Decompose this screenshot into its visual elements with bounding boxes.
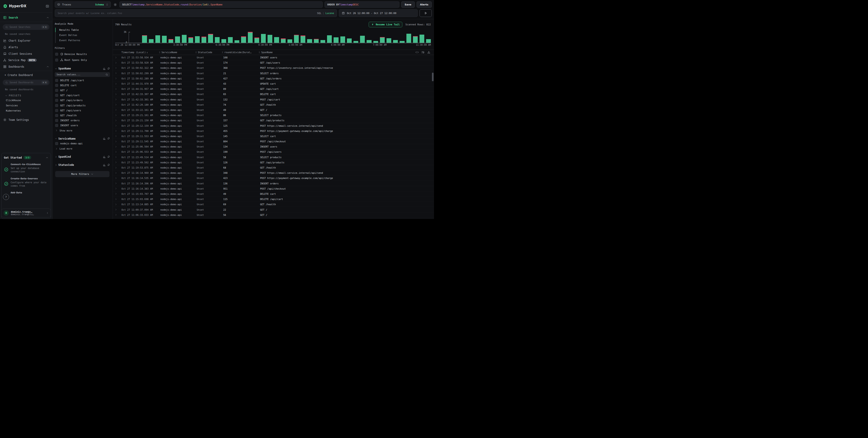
lucene-toggle[interactable]: Lucene — [326, 12, 334, 14]
filter-value-row[interactable]: GET /api/orders — [55, 98, 110, 103]
filter-value-row[interactable]: INSERT orders — [55, 118, 110, 123]
histogram-bar[interactable] — [347, 32, 352, 43]
text-wrap-icon[interactable] — [421, 51, 425, 54]
save-button[interactable]: Save — [401, 1, 415, 8]
table-row[interactable]: Oct 27 11:33:22.161 AMnodejs-demo-apiUns… — [113, 108, 434, 113]
chart-values-icon[interactable] — [103, 164, 106, 167]
table-row[interactable]: Oct 27 11:50:02.322 AMnodejs-demo-apiUns… — [113, 65, 434, 70]
row-expand-chevron-icon[interactable] — [113, 198, 119, 200]
filter-value-row[interactable]: DELETE cart — [55, 83, 110, 88]
filter-group-spanname[interactable]: SpanName — [55, 66, 110, 71]
checkbox[interactable] — [55, 79, 58, 82]
filter-value-row[interactable]: GET /api/products — [55, 103, 110, 108]
mode-results-table[interactable]: Results Table — [56, 27, 110, 33]
table-row[interactable]: Oct 27 11:23:49.514 AMnodejs-demo-apiUns… — [113, 155, 434, 160]
histogram-bar[interactable] — [208, 32, 213, 43]
resume-live-tail-button[interactable]: Resume Live Tail — [369, 22, 402, 27]
row-expand-chevron-icon[interactable] — [113, 193, 119, 195]
row-expand-chevron-icon[interactable] — [113, 156, 119, 158]
filter-value-row[interactable]: GET /health — [55, 113, 110, 118]
histogram-bar[interactable] — [274, 32, 279, 43]
row-expand-chevron-icon[interactable] — [113, 98, 119, 101]
table-row[interactable]: Oct 27 11:23:49.502 AMnodejs-demo-apiUns… — [113, 160, 434, 165]
histogram-bar[interactable] — [228, 32, 233, 43]
filter-value-row[interactable]: INSERT users — [55, 123, 110, 128]
filter-value-row[interactable]: GET /api/cart — [55, 93, 110, 98]
sql-toggle[interactable]: SQL — [317, 12, 321, 14]
column-spanname[interactable]: SpanName — [257, 51, 434, 54]
drag-grip-icon[interactable] — [195, 51, 197, 54]
sidebar-item-team-settings[interactable]: Team Settings — [0, 117, 52, 123]
select-clause-input[interactable]: SELECT Timestamp,ServiceName,StatusCode,… — [119, 1, 323, 8]
chevron-up-icon[interactable] — [46, 156, 49, 159]
histogram-bar[interactable] — [215, 32, 220, 43]
histogram-bar[interactable] — [373, 32, 378, 43]
servicename-load-more[interactable]: Load more — [55, 146, 110, 151]
table-row[interactable]: Oct 27 11:42:33.307 AMnodejs-demo-apiUns… — [113, 92, 434, 97]
histogram-bar[interactable] — [241, 32, 246, 43]
histogram-bar[interactable] — [294, 32, 299, 43]
get-started-step[interactable]: Add Data — [4, 191, 49, 198]
pin-icon[interactable] — [107, 137, 110, 140]
histogram-bar[interactable] — [360, 32, 365, 43]
histogram-bar[interactable] — [380, 32, 385, 43]
table-row[interactable]: Oct 27 11:29:21.161 AMnodejs-demo-apiUns… — [113, 113, 434, 118]
table-row[interactable]: Oct 27 11:53:58.934 AMnodejs-demo-apiUns… — [113, 55, 434, 60]
table-row[interactable]: Oct 27 11:44:31.970 AMnodejs-demo-apiUns… — [113, 81, 434, 86]
row-expand-chevron-icon[interactable] — [113, 119, 119, 122]
pin-icon[interactable] — [107, 67, 110, 70]
row-expand-chevron-icon[interactable] — [113, 109, 119, 111]
chevron-up-icon[interactable] — [46, 65, 49, 68]
date-range-picker[interactable]: Oct 26 12:00:00 - Oct 27 12:00:00 — [339, 9, 418, 17]
presets-toggle[interactable]: PRESETS — [0, 93, 52, 98]
table-row[interactable]: Oct 27 11:42:20.180 AMnodejs-demo-apiUns… — [113, 102, 434, 108]
get-started-step[interactable]: Connect to ClickHouse Set up your databa… — [4, 163, 49, 174]
spanname-show-more[interactable]: Show more — [55, 128, 110, 133]
checkbox[interactable] — [55, 94, 58, 97]
saved-searches-input[interactable] — [9, 26, 40, 29]
row-expand-chevron-icon[interactable] — [113, 129, 119, 132]
histogram-bar[interactable] — [367, 32, 371, 43]
checkbox[interactable] — [55, 89, 58, 92]
column-duration[interactable]: round(divide(Durat… — [220, 51, 257, 54]
column-statuscode[interactable]: StatusCode — [194, 51, 220, 54]
row-expand-chevron-icon[interactable] — [113, 172, 119, 174]
row-expand-chevron-icon[interactable] — [113, 93, 119, 95]
histogram-bar[interactable] — [334, 32, 338, 43]
create-dashboard-button[interactable]: + Create Dashboard — [0, 72, 52, 78]
histogram-bar[interactable] — [340, 32, 345, 43]
checkbox[interactable] — [55, 53, 58, 56]
filter-value-row[interactable]: nodejs-demo-api — [55, 141, 110, 146]
order-by-input[interactable]: ORDER BY Timestamp DESC — [324, 1, 399, 8]
histogram-bar[interactable] — [248, 32, 253, 43]
table-row[interactable]: Oct 27 11:25:06.564 AMnodejs-demo-apiUns… — [113, 144, 434, 149]
results-scrollbar[interactable] — [432, 69, 434, 218]
checkbox[interactable] — [55, 119, 58, 122]
chart-values-icon[interactable] — [103, 67, 106, 70]
sidebar-item-client-sessions[interactable]: Client Sessions — [0, 51, 52, 57]
histogram-bar[interactable] — [162, 32, 167, 43]
chevron-up-icon[interactable] — [46, 16, 49, 19]
table-row[interactable]: Oct 27 11:16:14.396 AMnodejs-demo-apiUns… — [113, 181, 434, 186]
row-expand-chevron-icon[interactable] — [113, 124, 119, 127]
source-select[interactable]: Traces Schema — [55, 1, 111, 8]
histogram-bar[interactable] — [235, 32, 239, 43]
table-row[interactable]: Oct 27 11:13:14.885 AMnodejs-demo-apiUns… — [113, 202, 434, 207]
event-search-input[interactable] — [58, 12, 315, 15]
histogram-bar[interactable] — [386, 32, 391, 43]
row-expand-chevron-icon[interactable] — [113, 72, 119, 75]
table-row[interactable]: Oct 27 11:44:31.957 AMnodejs-demo-apiUns… — [113, 86, 434, 92]
table-row[interactable]: Oct 27 11:16:14.535 AMnodejs-demo-apiUns… — [113, 176, 434, 181]
preset-kubernetes[interactable]: Kubernetes — [0, 108, 52, 113]
sidebar-item-search[interactable]: Search — [0, 14, 52, 21]
table-row[interactable]: Oct 27 11:29:11.553 AMnodejs-demo-apiUns… — [113, 134, 434, 139]
pin-icon[interactable] — [107, 155, 110, 158]
scrollbar-thumb[interactable] — [432, 72, 434, 81]
filter-group-statuscode[interactable]: StatusCode — [55, 163, 110, 168]
checkbox[interactable] — [55, 99, 58, 102]
row-expand-chevron-icon[interactable] — [113, 135, 119, 137]
histogram-bar[interactable] — [281, 32, 286, 43]
table-row[interactable]: Oct 27 11:19:53.875 AMnodejs-demo-apiUns… — [113, 165, 434, 170]
pin-icon[interactable] — [107, 164, 110, 167]
table-row[interactable]: Oct 27 11:53:58.920 AMnodejs-demo-apiUns… — [113, 60, 434, 65]
